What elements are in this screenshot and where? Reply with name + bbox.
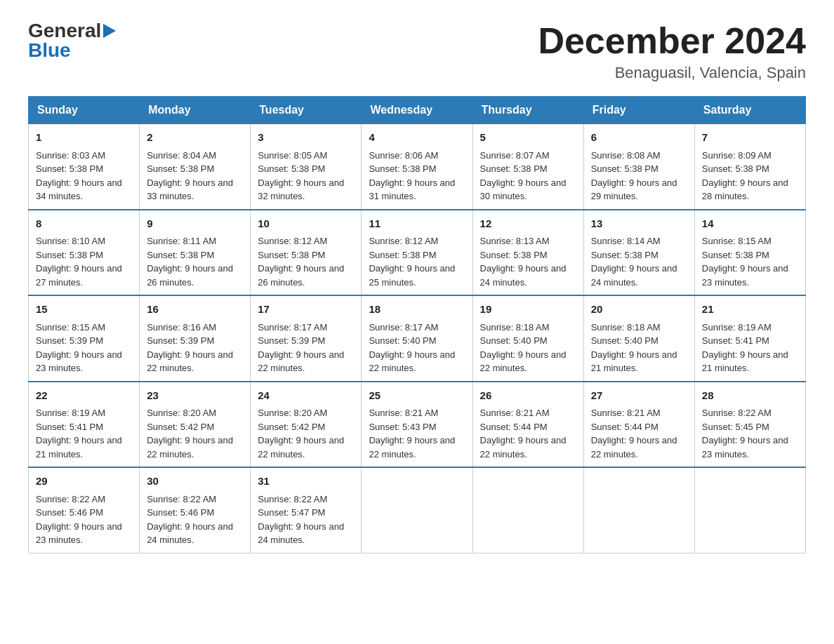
daylight-text: Daylight: 9 hours and 22 minutes.: [369, 349, 455, 374]
day-number: 3: [258, 130, 354, 146]
calendar-empty-cell: [362, 467, 472, 553]
daylight-text: Daylight: 9 hours and 22 minutes.: [480, 349, 567, 374]
calendar-day-14: 14 Sunrise: 8:15 AM Sunset: 5:38 PM Dayl…: [694, 210, 805, 296]
sunrise-text: Sunrise: 8:04 AM: [147, 150, 216, 161]
daylight-text: Daylight: 9 hours and 31 minutes.: [369, 177, 455, 202]
day-number: 12: [480, 216, 576, 232]
sunset-text: Sunset: 5:38 PM: [36, 250, 103, 260]
sunset-text: Sunset: 5:38 PM: [480, 163, 548, 174]
daylight-text: Daylight: 9 hours and 24 minutes.: [591, 263, 677, 288]
calendar-week-3: 15 Sunrise: 8:15 AM Sunset: 5:39 PM Dayl…: [29, 295, 806, 382]
daylight-text: Daylight: 9 hours and 22 minutes.: [591, 435, 677, 459]
sunset-text: Sunset: 5:46 PM: [36, 507, 103, 518]
day-number: 16: [147, 302, 243, 318]
sunset-text: Sunset: 5:38 PM: [36, 163, 103, 174]
daylight-text: Daylight: 9 hours and 32 minutes.: [258, 177, 344, 202]
sunrise-text: Sunrise: 8:12 AM: [258, 236, 327, 246]
col-wednesday: Wednesday: [362, 97, 472, 124]
col-tuesday: Tuesday: [251, 97, 362, 124]
sunset-text: Sunset: 5:38 PM: [702, 163, 769, 174]
daylight-text: Daylight: 9 hours and 34 minutes.: [36, 177, 122, 202]
calendar-day-6: 6 Sunrise: 8:08 AM Sunset: 5:38 PM Dayli…: [583, 124, 694, 210]
col-friday: Friday: [583, 97, 694, 124]
day-number: 25: [369, 388, 465, 404]
sunset-text: Sunset: 5:44 PM: [480, 422, 548, 432]
calendar-day-2: 2 Sunrise: 8:04 AM Sunset: 5:38 PM Dayli…: [140, 124, 251, 210]
logo-general-text: General: [28, 21, 101, 41]
month-title: December 2024: [538, 21, 806, 61]
day-number: 29: [36, 474, 132, 490]
daylight-text: Daylight: 9 hours and 24 minutes.: [258, 521, 344, 546]
daylight-text: Daylight: 9 hours and 22 minutes.: [480, 435, 567, 459]
calendar-table: Sunday Monday Tuesday Wednesday Thursday…: [28, 96, 806, 554]
sunrise-text: Sunrise: 8:22 AM: [36, 494, 105, 504]
calendar-day-20: 20 Sunrise: 8:18 AM Sunset: 5:40 PM Dayl…: [583, 295, 694, 382]
daylight-text: Daylight: 9 hours and 22 minutes.: [258, 349, 344, 374]
sunset-text: Sunset: 5:45 PM: [702, 422, 769, 432]
calendar-week-4: 22 Sunrise: 8:19 AM Sunset: 5:41 PM Dayl…: [29, 382, 806, 468]
daylight-text: Daylight: 9 hours and 26 minutes.: [147, 263, 233, 288]
sunrise-text: Sunrise: 8:09 AM: [702, 150, 772, 161]
day-number: 11: [369, 216, 465, 232]
sunrise-text: Sunrise: 8:21 AM: [591, 408, 661, 418]
day-number: 1: [36, 130, 132, 146]
calendar-day-8: 8 Sunrise: 8:10 AM Sunset: 5:38 PM Dayli…: [29, 210, 140, 296]
day-number: 2: [147, 130, 243, 146]
day-number: 23: [147, 388, 243, 404]
sunset-text: Sunset: 5:39 PM: [258, 335, 325, 346]
calendar-day-17: 17 Sunrise: 8:17 AM Sunset: 5:39 PM Dayl…: [251, 295, 362, 382]
sunset-text: Sunset: 5:38 PM: [258, 250, 325, 260]
daylight-text: Daylight: 9 hours and 24 minutes.: [480, 263, 567, 288]
sunset-text: Sunset: 5:38 PM: [147, 163, 214, 174]
sunset-text: Sunset: 5:38 PM: [591, 250, 658, 260]
sunset-text: Sunset: 5:38 PM: [258, 163, 325, 174]
sunrise-text: Sunrise: 8:10 AM: [36, 236, 105, 246]
sunset-text: Sunset: 5:38 PM: [702, 250, 769, 260]
calendar-day-19: 19 Sunrise: 8:18 AM Sunset: 5:40 PM Dayl…: [472, 295, 583, 382]
day-number: 19: [480, 302, 576, 318]
title-area: December 2024 Benaguasil, Valencia, Spai…: [538, 21, 806, 82]
day-number: 4: [369, 130, 465, 146]
sunrise-text: Sunrise: 8:22 AM: [258, 494, 327, 504]
logo: General Blue: [28, 21, 117, 60]
sunset-text: Sunset: 5:38 PM: [480, 250, 548, 260]
day-number: 8: [36, 216, 132, 232]
calendar-day-16: 16 Sunrise: 8:16 AM Sunset: 5:39 PM Dayl…: [140, 295, 251, 382]
sunrise-text: Sunrise: 8:08 AM: [591, 150, 661, 161]
daylight-text: Daylight: 9 hours and 26 minutes.: [258, 263, 344, 288]
sunrise-text: Sunrise: 8:20 AM: [147, 408, 216, 418]
day-number: 5: [480, 130, 576, 146]
calendar-day-11: 11 Sunrise: 8:12 AM Sunset: 5:38 PM Dayl…: [362, 210, 472, 296]
sunrise-text: Sunrise: 8:12 AM: [369, 236, 438, 246]
col-saturday: Saturday: [694, 97, 805, 124]
calendar-day-5: 5 Sunrise: 8:07 AM Sunset: 5:38 PM Dayli…: [472, 124, 583, 210]
calendar-day-18: 18 Sunrise: 8:17 AM Sunset: 5:40 PM Dayl…: [362, 295, 472, 382]
sunrise-text: Sunrise: 8:18 AM: [480, 322, 550, 333]
calendar-header-row: Sunday Monday Tuesday Wednesday Thursday…: [29, 97, 806, 124]
location-subtitle: Benaguasil, Valencia, Spain: [538, 64, 806, 82]
day-number: 30: [147, 474, 243, 490]
day-number: 24: [258, 388, 354, 404]
daylight-text: Daylight: 9 hours and 22 minutes.: [369, 435, 455, 459]
page-header: General Blue December 2024 Benaguasil, V…: [28, 21, 806, 82]
calendar-empty-cell: [583, 467, 694, 553]
day-number: 27: [591, 388, 687, 404]
sunrise-text: Sunrise: 8:17 AM: [369, 322, 438, 333]
sunrise-text: Sunrise: 8:21 AM: [480, 408, 550, 418]
sunrise-text: Sunrise: 8:07 AM: [480, 150, 550, 161]
logo-blue-text: Blue: [28, 41, 71, 60]
sunrise-text: Sunrise: 8:22 AM: [147, 494, 216, 504]
daylight-text: Daylight: 9 hours and 22 minutes.: [147, 349, 233, 374]
day-number: 7: [702, 130, 798, 146]
sunrise-text: Sunrise: 8:06 AM: [369, 150, 438, 161]
day-number: 10: [258, 216, 354, 232]
daylight-text: Daylight: 9 hours and 21 minutes.: [591, 349, 677, 374]
col-monday: Monday: [140, 97, 251, 124]
sunrise-text: Sunrise: 8:15 AM: [702, 236, 772, 246]
calendar-empty-cell: [694, 467, 805, 553]
day-number: 22: [36, 388, 132, 404]
calendar-empty-cell: [472, 467, 583, 553]
day-number: 6: [591, 130, 687, 146]
calendar-day-1: 1 Sunrise: 8:03 AM Sunset: 5:38 PM Dayli…: [29, 124, 140, 210]
sunrise-text: Sunrise: 8:03 AM: [36, 150, 105, 161]
